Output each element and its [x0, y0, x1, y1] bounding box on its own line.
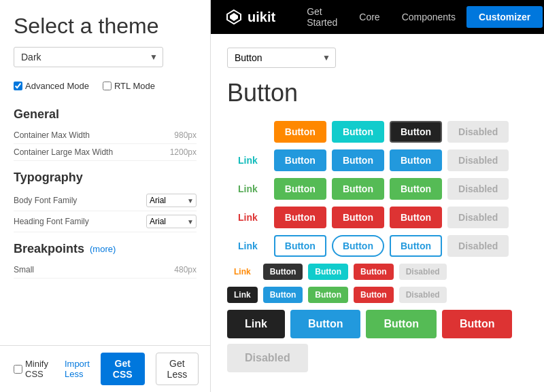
btn-sm-danger[interactable]: Button: [354, 264, 394, 280]
btn-link-green[interactable]: Link: [227, 178, 269, 200]
btn-primary-green[interactable]: Button: [274, 178, 326, 200]
heading-font-label: Heading Font Family: [14, 217, 89, 226]
container-max-width-label: Container Max Width: [14, 130, 90, 140]
container-max-width-row: Container Max Width 980px: [14, 127, 197, 144]
body-font-row: Body Font Family Arial Helvetica Georgia…: [14, 190, 197, 211]
btn-disabled-5: Disabled: [447, 235, 509, 257]
right-panel: uikit Get Started Core Components Custom…: [211, 0, 544, 392]
advanced-mode-checkbox[interactable]: [14, 82, 22, 90]
btn-success-red[interactable]: Button: [332, 207, 384, 228]
btn-lg-blue[interactable]: Button: [290, 310, 361, 338]
button-row-2: Link Button Button Button Disabled: [227, 149, 528, 171]
btn-sm-success[interactable]: Button: [308, 264, 348, 280]
theme-select[interactable]: Dark Default Almost Flat Gradient: [14, 47, 163, 67]
body-font-label: Body Font Family: [14, 196, 77, 205]
heading-font-row: Heading Font Family Arial Helvetica Geor…: [14, 211, 197, 232]
btn-lg-disabled: Disabled: [227, 344, 308, 372]
btn-link-blue[interactable]: Link: [227, 149, 269, 171]
breakpoints-title-text: Breakpoints: [14, 242, 84, 256]
btn-disabled-3: Disabled: [447, 178, 509, 200]
button-row-6: Link Button Button Button Disabled: [227, 264, 528, 280]
btn-sm-red[interactable]: Button: [354, 287, 394, 303]
get-css-button[interactable]: Get CSS: [101, 353, 145, 385]
mode-row: Advanced Mode RTL Mode: [0, 74, 210, 98]
page-heading: Select a theme: [14, 14, 197, 39]
svg-marker-1: [230, 13, 238, 21]
customizer-button[interactable]: Customizer: [466, 6, 543, 28]
button-row-7: Link Button Button Button Disabled: [227, 287, 528, 303]
nav-get-started[interactable]: Get Started: [296, 0, 348, 34]
left-panel: Select a theme Dark Default Almost Flat …: [0, 0, 211, 392]
container-large-max-width-label: Container Large Max Width: [14, 147, 113, 157]
btn-lg-green[interactable]: Button: [366, 310, 437, 338]
btn-sm-green[interactable]: Button: [308, 287, 348, 303]
container-max-width-value: 980px: [174, 130, 197, 140]
btn-sm-black[interactable]: Link: [227, 287, 258, 303]
btn-lg-red[interactable]: Button: [442, 310, 513, 338]
minify-css-checkbox[interactable]: [14, 365, 22, 374]
heading-font-select[interactable]: Arial Helvetica Georgia: [146, 215, 197, 228]
btn-disabled-4: Disabled: [447, 207, 509, 228]
button-row-4: Link Button Button Button Disabled: [227, 207, 528, 228]
rtl-mode-label[interactable]: RTL Mode: [103, 81, 155, 91]
button-row-3: Link Button Button Button Disabled: [227, 178, 528, 200]
small-breakpoint-label: Small: [14, 265, 34, 274]
button-row-8: Link Button Button Button Disabled: [227, 310, 528, 372]
btn-disabled-1: Disabled: [447, 121, 509, 143]
btn-primary-blue[interactable]: Button: [274, 149, 326, 171]
heading-font-select-wrap: Arial Helvetica Georgia ▼: [146, 215, 197, 228]
button-row-1: Link Button Button Button Disabled: [227, 121, 528, 143]
rtl-mode-text: RTL Mode: [114, 81, 155, 91]
btn-primary-dark[interactable]: Button: [274, 121, 326, 143]
btn-link-dark[interactable]: Link: [227, 121, 269, 143]
btn-primary-outline[interactable]: Button: [274, 235, 326, 257]
btn-danger-dark[interactable]: Button: [390, 121, 442, 143]
btn-sm-link[interactable]: Link: [227, 264, 258, 280]
uikit-logo-icon: [224, 7, 243, 26]
button-row-5: Link Button Button Button Disabled: [227, 235, 528, 257]
container-large-max-width-row: Container Large Max Width 1200px: [14, 144, 197, 161]
component-select-wrap: Button Alert Badge Breadcrumb ▼: [227, 48, 336, 68]
breakpoints-section: Breakpoints (more): [14, 242, 197, 256]
btn-primary-red[interactable]: Button: [274, 207, 326, 228]
btn-success-blue[interactable]: Button: [332, 149, 384, 171]
nav-core[interactable]: Core: [348, 0, 390, 34]
btn-link-outline[interactable]: Link: [227, 235, 269, 257]
bottom-bar: Minify CSS Import Less Get CSS Get Less: [0, 345, 210, 392]
btn-info-green[interactable]: Button: [390, 178, 442, 200]
advanced-mode-text: Advanced Mode: [25, 81, 89, 91]
body-font-select[interactable]: Arial Helvetica Georgia: [146, 194, 197, 207]
body-font-select-wrap: Arial Helvetica Georgia ▼: [146, 194, 197, 207]
logo-area: uikit: [224, 7, 275, 26]
btn-sm-disabled-1: Disabled: [399, 264, 447, 280]
nav-links: Get Started Core Components: [296, 0, 466, 34]
btn-success-green[interactable]: Button: [332, 178, 384, 200]
btn-success-dark[interactable]: Button: [332, 121, 384, 143]
rtl-mode-checkbox[interactable]: [103, 82, 112, 90]
breakpoints-more-link[interactable]: (more): [90, 244, 116, 254]
btn-sm-primary[interactable]: Button: [263, 264, 303, 280]
logo-text: uikit: [248, 10, 275, 25]
theme-select-wrap: Dark Default Almost Flat Gradient ▼: [14, 47, 163, 67]
small-breakpoint-row: Small 480px: [14, 262, 197, 279]
btn-success-outline[interactable]: Button: [332, 235, 384, 257]
nav-components[interactable]: Components: [391, 0, 466, 34]
small-breakpoint-value: 480px: [174, 265, 197, 274]
btn-info-red[interactable]: Button: [390, 207, 442, 228]
minify-css-label[interactable]: Minify CSS: [14, 359, 48, 379]
btn-sm-blue[interactable]: Button: [263, 287, 303, 303]
get-less-button[interactable]: Get Less: [156, 353, 199, 385]
advanced-mode-label[interactable]: Advanced Mode: [14, 81, 89, 91]
page-title: Button: [227, 79, 528, 107]
minify-css-text: Minify CSS: [25, 359, 48, 379]
btn-info-outline[interactable]: Button: [390, 235, 442, 257]
btn-lg-black[interactable]: Link: [227, 310, 285, 338]
import-less-link[interactable]: Import Less: [65, 359, 90, 379]
btn-info-blue[interactable]: Button: [390, 149, 442, 171]
component-select[interactable]: Button Alert Badge Breadcrumb: [227, 48, 336, 68]
left-scrollable: General Container Max Width 980px Contai…: [0, 98, 210, 345]
content-area: Button Alert Badge Breadcrumb ▼ Button L…: [211, 34, 544, 392]
general-section-title: General: [14, 107, 197, 122]
btn-disabled-2: Disabled: [447, 149, 509, 171]
btn-link-red[interactable]: Link: [227, 207, 269, 228]
